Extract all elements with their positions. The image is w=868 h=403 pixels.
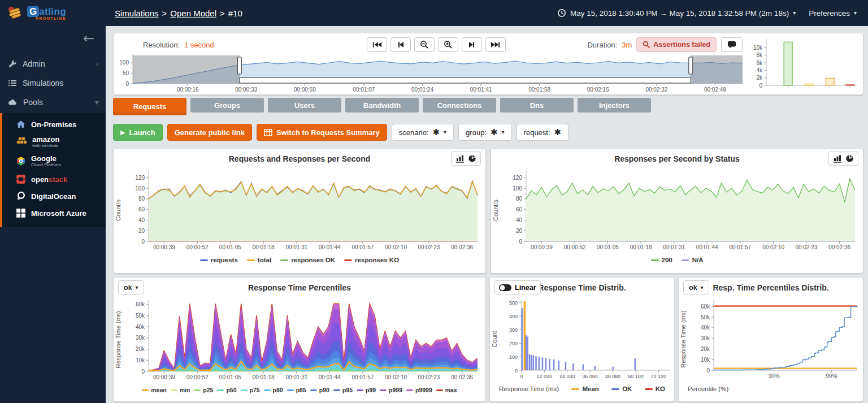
legend-item[interactable]: OK (611, 385, 632, 392)
percentiles-distribution-chart[interactable]: 010k20k30k40k50k60k90%99% (688, 297, 863, 382)
svg-text:00:01:41: 00:01:41 (470, 86, 492, 93)
legend-item[interactable]: KO (645, 385, 665, 392)
svg-text:60k: 60k (701, 304, 710, 310)
tab-dns[interactable]: Dns (500, 98, 574, 112)
legend-item[interactable]: max (436, 387, 457, 393)
svg-text:10k: 10k (136, 357, 145, 363)
svg-text:0: 0 (759, 83, 762, 89)
chart-type-toggle[interactable] (828, 151, 858, 166)
action-bar: ▶ Launch Generate public link Switch to … (113, 124, 863, 141)
status-selector-dropdown[interactable]: ok▾ (118, 280, 144, 294)
legend-item[interactable]: p90 (310, 387, 329, 393)
legend-item[interactable]: mean (142, 387, 166, 393)
pool-item-aws[interactable]: amazonweb services (2, 132, 106, 151)
go-first-button[interactable] (367, 37, 387, 52)
svg-text:00:00:52: 00:00:52 (186, 244, 209, 250)
chart-title: Responses per Second by Status (614, 154, 740, 163)
legend-item[interactable]: Mean (571, 385, 598, 392)
legend-item[interactable]: p25 (194, 387, 213, 393)
breadcrumb-simulations[interactable]: Simulations (115, 8, 159, 18)
sidebar-item-simulations[interactable]: Simulations (0, 73, 106, 93)
legend-item[interactable]: responses KO (344, 257, 399, 263)
breadcrumb-open-model[interactable]: Open Model (170, 8, 216, 18)
zoom-in-button[interactable] (438, 37, 458, 52)
timeline-overview-chart[interactable]: 05010000:00:1600:00:3300:00:5000:01:0700… (116, 53, 746, 94)
tab-injectors[interactable]: Injectors (578, 98, 651, 112)
sidebar-item-pools[interactable]: Pools ▾ (0, 93, 106, 112)
svg-text:00:01:18: 00:01:18 (253, 374, 275, 380)
legend-item[interactable]: p80 (264, 387, 283, 393)
sidebar-collapse-arrow[interactable]: ← (0, 26, 106, 54)
comment-button[interactable] (721, 37, 743, 52)
wrench-icon (8, 59, 17, 68)
step-forward-button[interactable] (462, 37, 482, 52)
launch-button[interactable]: ▶ Launch (113, 124, 163, 141)
star-icon: ✱ (554, 127, 562, 137)
legend-item[interactable]: N/A (682, 257, 704, 263)
tab-connections[interactable]: Connections (423, 98, 496, 112)
tab-requests[interactable]: Requests (113, 98, 186, 115)
pie-chart-icon (845, 154, 854, 163)
requests-responses-chart[interactable]: 02040608010012000:00:3900:00:5200:01:050… (123, 168, 485, 253)
tab-bandwidth[interactable]: Bandwidth (345, 98, 419, 112)
svg-text:60: 60 (516, 206, 523, 213)
response-time-percentiles-chart[interactable]: 010k20k30k40k50k60k00:00:3900:00:5200:01… (123, 297, 485, 383)
zoom-out-button[interactable] (414, 37, 435, 52)
step-forward-icon (468, 41, 476, 49)
legend-item[interactable]: min (171, 387, 190, 393)
openstack-icon (16, 174, 26, 184)
generate-public-link-button[interactable]: Generate public link (167, 124, 252, 141)
tab-users[interactable]: Users (268, 98, 341, 112)
go-first-icon (372, 41, 382, 49)
legend-swatch (194, 389, 201, 391)
gatling-gun-icon (6, 4, 25, 22)
legend-item[interactable]: responses OK (280, 257, 335, 263)
legend-item[interactable]: p999 (380, 387, 402, 393)
legend-item: Response Time (ms) (499, 385, 559, 392)
assertions-failed-button[interactable]: Assertions failed (636, 37, 717, 52)
response-time-distribution-chart[interactable]: 0100200300400500012 02024 04036 06048 08… (499, 297, 674, 382)
preferences-menu[interactable]: Preferences (809, 9, 850, 18)
status-selector-dropdown[interactable]: ok▾ (683, 280, 709, 294)
step-back-button[interactable] (390, 37, 411, 52)
request-filter-button[interactable]: request:✱ (517, 124, 569, 141)
sidebar-item-admin[interactable]: Admin ‹ (0, 54, 106, 73)
magnifier-icon (643, 41, 650, 49)
legend-item[interactable]: p99 (357, 387, 376, 393)
chart-legend: 200N/A (491, 253, 863, 267)
pie-chart-icon (468, 154, 476, 163)
svg-text:00:00:39: 00:00:39 (153, 244, 175, 250)
switch-requests-summary-button[interactable]: Switch to Requests Summary (257, 124, 387, 141)
caret-down-icon[interactable]: ▾ (793, 10, 796, 16)
svg-text:00:01:57: 00:01:57 (351, 374, 374, 380)
pool-item-google-cloud[interactable]: GoogleCloud Platform (2, 151, 106, 171)
responses-by-status-chart[interactable]: 02040608010012000:00:3900:00:5200:01:050… (500, 168, 863, 253)
caret-down-icon[interactable]: ▾ (854, 10, 857, 16)
tab-groups[interactable]: Groups (190, 98, 264, 112)
legend-item[interactable]: p95 (333, 387, 353, 393)
legend-item[interactable]: p50 (217, 387, 236, 393)
linear-scale-toggle[interactable]: Linear (494, 280, 541, 294)
legend-item[interactable]: p75 (241, 387, 260, 393)
gatling-logo[interactable]: Gatling FRONTLINE (0, 4, 106, 22)
legend-item[interactable]: 200 (651, 257, 672, 263)
svg-text:00:00:39: 00:00:39 (531, 244, 553, 250)
pool-item-azure[interactable]: Microsoft Azure (2, 205, 106, 222)
legend-item[interactable]: requests (200, 257, 238, 263)
legend-item[interactable]: total (247, 257, 271, 263)
pool-item-on-premises[interactable]: On-Premises (2, 116, 106, 132)
chart-type-toggle[interactable] (451, 151, 481, 166)
legend-item[interactable]: p9999 (406, 387, 432, 393)
go-last-button[interactable] (485, 37, 506, 52)
response-summary-bar-chart[interactable]: 02k4k6k8k10k (747, 37, 860, 91)
pool-item-openstack[interactable]: openstack (2, 171, 106, 188)
time-range-dropdown[interactable]: May 15, 2018 1:30:40 PM → May 15, 2018 1… (570, 9, 789, 18)
pool-item-digitalocean[interactable]: DigitalOcean (2, 188, 106, 205)
legend-swatch (645, 388, 653, 390)
group-filter-dropdown[interactable]: group:✱▾ (458, 124, 511, 141)
svg-text:00:01:05: 00:01:05 (219, 244, 241, 250)
svg-text:00:02:36: 00:02:36 (828, 244, 850, 250)
scenario-filter-dropdown[interactable]: scenario:✱▾ (392, 124, 454, 141)
svg-text:8k: 8k (756, 52, 763, 58)
legend-item[interactable]: p85 (287, 387, 306, 393)
